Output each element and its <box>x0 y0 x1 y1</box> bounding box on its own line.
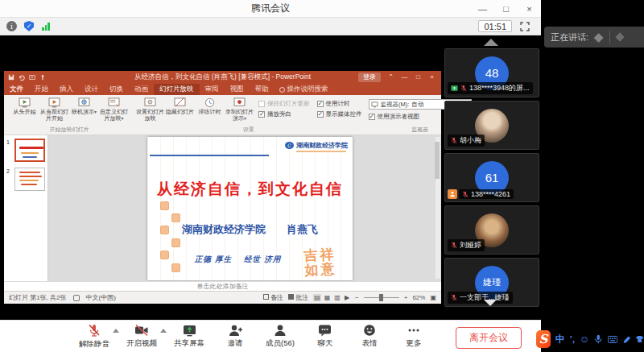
scroll-down-arrow-icon[interactable] <box>484 300 497 306</box>
security-shield-icon[interactable]: ✓ <box>24 21 34 31</box>
slide-canvas: C 湖南财政经济学院 从经济自信，到文化自信 湖南财政经济学院 肖燕飞 正德 厚… <box>48 135 441 281</box>
ppt-minimize-button[interactable]: — <box>398 71 411 84</box>
rehearse-timings-button[interactable]: 排练计时 <box>195 97 225 115</box>
ime-punctuation-icon[interactable]: ’, <box>570 334 575 344</box>
slide-byline: 湖南财政经济学院 肖燕飞 <box>147 222 353 237</box>
ppt-close-button[interactable]: × <box>425 71 439 84</box>
ppt-signin-button[interactable]: 登录 <box>358 72 381 82</box>
zoom-in-icon[interactable]: + <box>404 294 408 301</box>
unmute-button[interactable]: 解除静音 <box>79 324 109 350</box>
fullscreen-icon[interactable] <box>520 22 530 31</box>
header-rule <box>150 155 269 156</box>
members-button[interactable]: 成员(56) <box>266 324 295 350</box>
leave-meeting-button[interactable]: 离开会议 <box>456 327 522 349</box>
tell-me-search[interactable]: 操作说明搜索 <box>275 84 333 95</box>
sogou-logo-icon[interactable]: S <box>536 330 551 348</box>
tab-view[interactable]: 视图 <box>225 84 250 95</box>
ppt-ribbon-options-icon[interactable]: ⌃ <box>384 71 398 84</box>
speaker-avatars-icon <box>595 30 600 44</box>
mic-muted-icon <box>451 137 457 144</box>
accessibility-icon <box>73 295 80 301</box>
video-options-arrow-icon[interactable] <box>160 329 167 333</box>
custom-slideshow-button[interactable]: 自定义幻灯片放映 <box>99 97 129 122</box>
notes-button[interactable]: 备注 <box>263 293 283 302</box>
chat-button[interactable]: 聊天 <box>312 324 339 350</box>
checkbox-keep-slides-updated[interactable]: 保持幻灯片更新 <box>258 100 310 108</box>
save-icon[interactable] <box>8 74 14 81</box>
meeting-infobar: i ✓ 01:51 <box>0 18 541 35</box>
participant-tile[interactable]: 61 138****4261 <box>444 153 539 202</box>
participant-name: 胡小梅 <box>460 135 481 146</box>
minimize-button[interactable]: — <box>471 0 494 18</box>
ime-mode-chinese[interactable]: 中 <box>555 333 565 346</box>
view-switcher[interactable]: ▤▦▥▶ <box>313 294 350 301</box>
meeting-timer: 01:51 <box>478 20 512 32</box>
checkbox-use-timings[interactable]: 使用计时 <box>317 100 362 108</box>
normal-view-icon: ▤ <box>313 294 321 301</box>
tab-slideshow[interactable]: 幻灯片放映 <box>154 84 200 95</box>
tab-help[interactable]: 帮助 <box>250 84 275 95</box>
hand-raised-badge <box>448 189 457 199</box>
start-video-button[interactable]: 开启视频 <box>126 324 157 350</box>
collapse-panel-arrow-icon[interactable] <box>484 39 498 46</box>
slide-thumbnail-1[interactable]: 1 <box>6 139 45 162</box>
ime-handwriting-icon[interactable] <box>622 334 630 345</box>
current-slide[interactable]: C 湖南财政经济学院 从经济自信，到文化自信 湖南财政经济学院 肖燕飞 正德 厚… <box>147 137 353 280</box>
share-screen-button[interactable]: 共享屏幕 <box>174 324 204 350</box>
tab-design[interactable]: 设计 <box>79 84 104 95</box>
tab-home[interactable]: 开始 <box>29 84 54 95</box>
sorter-view-icon: ▦ <box>324 294 332 301</box>
participant-tile[interactable]: 48 138****3948的屏... <box>444 48 539 97</box>
slideshow-icon[interactable] <box>29 74 35 81</box>
speaker-avatars-icon <box>615 32 624 41</box>
tab-review[interactable]: 审阅 <box>200 84 225 95</box>
tab-insert[interactable]: 插入 <box>54 84 79 95</box>
comments-button[interactable]: 批注 <box>288 293 308 302</box>
checkbox-icon <box>258 101 265 107</box>
invite-button[interactable]: 邀请 <box>221 324 249 350</box>
mic-muted-icon <box>451 294 457 301</box>
slide-thumbnail-2[interactable]: 2 <box>6 168 45 191</box>
maximize-button[interactable]: □ <box>494 0 518 18</box>
decorative-seal: 吉祥如意 <box>303 247 344 278</box>
record-slideshow-button[interactable]: 录制幻灯片演示 <box>225 97 254 122</box>
tab-file[interactable]: 文件 <box>4 84 29 95</box>
ime-skin-icon[interactable] <box>635 334 644 344</box>
slide-counter: 幻灯片 第1张, 共2张 <box>9 293 67 302</box>
ime-voice-icon[interactable] <box>594 333 603 345</box>
present-online-button[interactable]: 联机演示 <box>69 97 99 115</box>
more-button[interactable]: 更多 <box>400 324 427 350</box>
ime-keyboard-icon[interactable] <box>608 335 617 344</box>
zoom-level[interactable]: 62% <box>412 294 425 301</box>
app-title: 腾讯会议 <box>0 2 541 15</box>
checkbox-show-media-controls[interactable]: 显示媒体控件 <box>317 110 362 118</box>
checkbox-play-narrations[interactable]: 播放旁白 <box>258 110 310 118</box>
notes-pane[interactable]: 单击此处添加备注 <box>4 281 441 291</box>
mic-muted-icon <box>460 85 467 92</box>
zoom-out-icon[interactable]: − <box>355 294 359 301</box>
emoji-button[interactable]: 表情 <box>356 324 383 350</box>
mic-muted-icon <box>462 191 469 198</box>
from-current-slide-button[interactable]: 从当前幻灯片开始 <box>39 97 69 122</box>
school-logo-icon: C <box>285 142 294 149</box>
mic-options-arrow-icon[interactable] <box>113 329 119 333</box>
participant-tile[interactable]: 胡小梅 <box>444 101 539 150</box>
ppt-maximize-button[interactable]: □ <box>411 71 425 84</box>
ime-emoji-icon[interactable]: ☺ <box>580 333 589 345</box>
setup-slideshow-button[interactable]: 设置幻灯片放映 <box>135 97 165 122</box>
checkbox-icon <box>317 111 324 118</box>
zoom-slider[interactable] <box>364 297 399 298</box>
from-beginning-button[interactable]: 从头开始 <box>10 97 39 115</box>
canvas-scrollbar[interactable] <box>436 137 440 279</box>
info-icon[interactable]: i <box>6 21 17 31</box>
close-button[interactable]: × <box>518 0 541 18</box>
language-indicator[interactable]: 中文(中国) <box>86 293 116 302</box>
fit-to-window-icon[interactable]: ▣ <box>430 294 436 301</box>
hide-slide-button[interactable]: 隐藏幻灯片 <box>165 97 195 115</box>
network-signal-icon[interactable] <box>42 22 50 31</box>
touch-mode-icon[interactable] <box>39 74 46 81</box>
tab-transitions[interactable]: 切换 <box>104 84 129 95</box>
participant-tile[interactable]: 刘娅婷 <box>444 205 539 255</box>
tab-animations[interactable]: 动画 <box>129 84 154 95</box>
undo-icon[interactable] <box>19 74 25 81</box>
